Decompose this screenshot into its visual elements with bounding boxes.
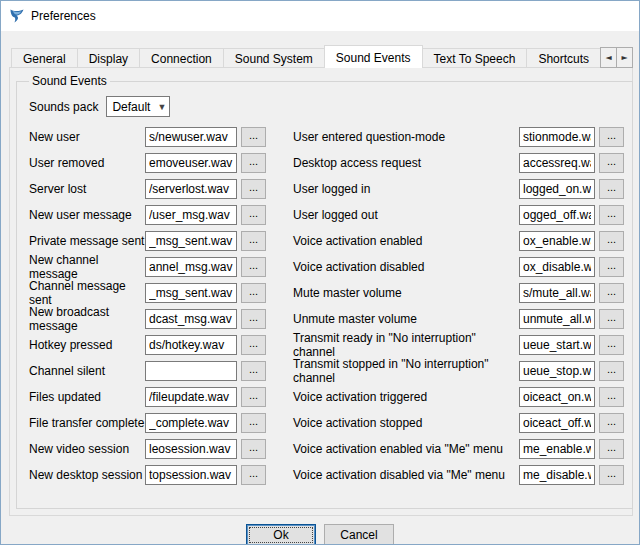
sound-file-input[interactable] [519,179,595,199]
sound-file-input[interactable] [145,439,237,459]
sound-event-row: Channel silent... [27,361,279,381]
sound-file-input[interactable] [519,465,595,485]
tab-strip: GeneralDisplayConnectionSound SystemSoun… [9,45,633,68]
sound-file-input[interactable] [145,127,237,147]
sound-file-input[interactable] [145,309,237,329]
browse-button[interactable]: ... [241,127,266,147]
sound-file-input[interactable] [145,361,237,381]
browse-button[interactable]: ... [599,413,624,433]
browse-button[interactable]: ... [241,335,266,355]
browse-button[interactable]: ... [241,283,266,303]
sound-file-input[interactable] [145,231,237,251]
sound-file-input[interactable] [145,413,237,433]
tab-shortcuts[interactable]: Shortcuts [526,48,601,68]
browse-button[interactable]: ... [599,205,624,225]
sound-event-row: New broadcast message... [27,309,279,329]
sound-file-input[interactable] [519,309,595,329]
browse-button[interactable]: ... [599,179,624,199]
tab-connection[interactable]: Connection [139,48,224,68]
browse-button[interactable]: ... [241,153,266,173]
browse-button[interactable]: ... [599,231,624,251]
groupbox-title: Sound Events [29,74,110,88]
tab-sound-system[interactable]: Sound System [223,48,325,68]
sound-event-label: File transfer complete [27,416,145,430]
sound-file-input[interactable] [145,153,237,173]
sound-event-label: Files updated [27,390,145,404]
sound-file-input[interactable] [519,283,595,303]
sound-file-input[interactable] [519,439,595,459]
browse-button[interactable]: ... [241,413,266,433]
tab-display[interactable]: Display [77,48,140,68]
sound-file-input[interactable] [519,387,595,407]
browse-button[interactable]: ... [599,127,624,147]
browse-button[interactable]: ... [241,361,266,381]
sounds-pack-value: Default [112,100,150,114]
sound-file-input[interactable] [145,179,237,199]
sound-event-row: Voice activation triggered... [291,387,624,407]
sound-event-row: New user... [27,127,279,147]
browse-button[interactable]: ... [241,465,266,485]
browse-button[interactable]: ... [241,387,266,407]
sound-event-row: Hotkey pressed... [27,335,279,355]
sound-event-row: Files updated... [27,387,279,407]
browse-button[interactable]: ... [241,205,266,225]
sound-file-input[interactable] [519,361,595,381]
browse-button[interactable]: ... [599,335,624,355]
sound-event-label: User removed [27,156,145,170]
sound-event-row: User logged out... [291,205,624,225]
ok-button[interactable]: Ok [246,524,316,545]
browse-button[interactable]: ... [599,257,624,277]
sound-file-input[interactable] [519,153,595,173]
browse-button[interactable]: ... [599,439,624,459]
sound-file-input[interactable] [519,335,595,355]
sound-file-input[interactable] [145,205,237,225]
browse-button[interactable]: ... [241,231,266,251]
sound-event-label: Transmit ready in "No interruption" chan… [291,331,519,359]
titlebar: Preferences [1,1,639,31]
sound-events-group: Sound Events Sounds pack Default ▼ New u… [16,74,633,509]
sound-event-row: New user message... [27,205,279,225]
browse-button[interactable]: ... [599,387,624,407]
sound-file-input[interactable] [519,205,595,225]
cancel-button[interactable]: Cancel [324,524,394,545]
sounds-pack-label: Sounds pack [29,100,98,114]
tab-scroll-left-button[interactable]: ◄ [600,47,617,68]
sound-file-input[interactable] [519,127,595,147]
sound-file-input[interactable] [145,283,237,303]
sound-event-row: Desktop access request... [291,153,624,173]
browse-button[interactable]: ... [599,465,624,485]
sound-file-input[interactable] [519,413,595,433]
sound-file-input[interactable] [145,335,237,355]
tab-sound-events[interactable]: Sound Events [324,45,423,68]
browse-button[interactable]: ... [241,309,266,329]
browse-button[interactable]: ... [599,153,624,173]
browse-button[interactable]: ... [241,179,266,199]
sound-events-right-column: User entered question-mode...Desktop acc… [291,127,624,491]
sound-event-row: Voice activation disabled... [291,257,624,277]
sound-file-input[interactable] [145,257,237,277]
sound-event-row: User logged in... [291,179,624,199]
sound-file-input[interactable] [519,257,595,277]
sound-event-label: Voice activation enabled [291,234,519,248]
sound-event-label: New user [27,130,145,144]
sound-event-label: New channel message [27,253,145,281]
tab-general[interactable]: General [11,48,78,68]
sound-event-label: Voice activation disabled [291,260,519,274]
sound-event-label: User logged out [291,208,519,222]
sounds-pack-select[interactable]: Default ▼ [106,96,170,117]
tab-scroll-right-button[interactable]: ► [616,47,633,68]
browse-button[interactable]: ... [241,257,266,277]
sound-event-row: Mute master volume... [291,283,624,303]
sound-event-label: Voice activation stopped [291,416,519,430]
browse-button[interactable]: ... [241,439,266,459]
browse-button[interactable]: ... [599,283,624,303]
sound-event-row: File transfer complete... [27,413,279,433]
sound-event-row: Server lost... [27,179,279,199]
browse-button[interactable]: ... [599,309,624,329]
sound-file-input[interactable] [145,465,237,485]
tab-scroll-buttons: ◄ ► [600,47,633,68]
tab-text-to-speech[interactable]: Text To Speech [422,48,528,68]
sound-file-input[interactable] [519,231,595,251]
browse-button[interactable]: ... [599,361,624,381]
sound-file-input[interactable] [145,387,237,407]
